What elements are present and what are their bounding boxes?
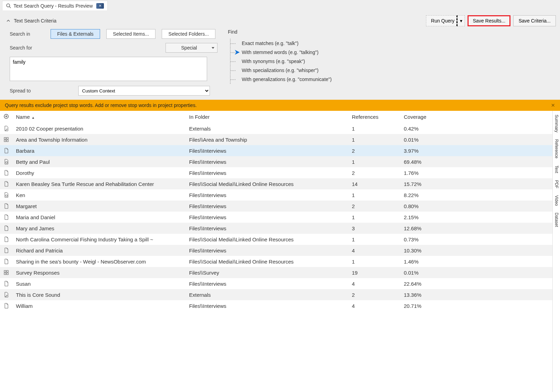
table-row[interactable]: Betty and PaulFiles\\Interviews169.48% <box>0 156 552 167</box>
row-folder: Files\\Interviews <box>186 300 348 311</box>
table-row[interactable]: Richard and PatriciaFiles\\Interviews410… <box>0 245 552 256</box>
row-coverage: 12.68% <box>400 223 552 234</box>
search-in-folders[interactable]: Selected Folders... <box>162 29 215 39</box>
row-coverage: 22.64% <box>400 278 552 289</box>
table-row[interactable]: This is Core SoundExternals213.36% <box>0 289 552 300</box>
row-icon <box>0 156 12 167</box>
row-name: Ken <box>12 189 186 201</box>
find-label: Find <box>228 29 556 35</box>
row-name: William <box>12 300 186 311</box>
row-coverage: 0.80% <box>400 201 552 212</box>
row-icon <box>0 201 12 212</box>
table-row[interactable]: Survey ResponsesFiles\\Survey190.01% <box>0 267 552 278</box>
row-name: Karen Beasley Sea Turtle Rescue and Reha… <box>12 178 186 189</box>
side-tab-video[interactable]: Video <box>553 193 560 208</box>
table-row[interactable]: WilliamFiles\\Interviews420.71% <box>0 300 552 311</box>
search-for-label: Search for <box>10 45 44 51</box>
column-coverage[interactable]: Coverage <box>400 111 552 123</box>
table-row[interactable]: Karen Beasley Sea Turtle Rescue and Reha… <box>0 178 552 189</box>
find-options-list: Exact matches (e.g. "talk") With stemmed… <box>230 39 556 84</box>
banner-close-icon[interactable]: ✕ <box>551 103 555 108</box>
row-name: Area and Township Information <box>12 134 186 145</box>
row-references: 4 <box>348 300 400 311</box>
row-name: This is Core Sound <box>12 289 186 300</box>
row-folder: Files\\Area and Township <box>186 134 348 145</box>
spread-to-select[interactable]: Custom Context <box>78 86 210 96</box>
table-row[interactable]: BarbaraFiles\\Interviews23.97% <box>0 145 552 156</box>
side-tab-summary[interactable]: Summary <box>553 112 560 135</box>
row-coverage: 0.01% <box>400 134 552 145</box>
side-tab-reference[interactable]: Reference <box>553 137 560 161</box>
special-dropdown[interactable]: Special <box>166 43 217 53</box>
row-folder: Files\\Interviews <box>186 156 348 167</box>
row-icon <box>0 245 12 256</box>
side-tab-pdf[interactable]: PDF <box>553 178 560 191</box>
find-option-stemmed[interactable]: With stemmed words (e.g. "talking") <box>231 48 556 57</box>
search-icon <box>6 3 11 9</box>
results-table: Name ▲ In Folder References Coverage 201… <box>0 111 552 311</box>
search-in-label: Search in <box>10 31 44 37</box>
save-criteria-button[interactable]: Save Criteria... <box>513 15 556 26</box>
run-query-dropdown[interactable]: ▾ <box>457 15 465 26</box>
row-icon <box>0 134 12 145</box>
svg-point-3 <box>6 130 6 131</box>
side-tab-dataset[interactable]: Dataset <box>553 210 560 229</box>
table-row[interactable]: Area and Township InformationFiles\\Area… <box>0 134 552 145</box>
column-icon[interactable] <box>0 111 12 123</box>
row-folder: Externals <box>186 123 348 134</box>
table-row[interactable]: SusanFiles\\Interviews422.64% <box>0 278 552 289</box>
row-name: Susan <box>12 278 186 289</box>
active-tab[interactable]: Text Search Query - Results Preview ✕ <box>2 1 108 10</box>
side-tab-text[interactable]: Text <box>553 163 560 176</box>
svg-rect-14 <box>7 273 8 275</box>
table-row[interactable]: Sharing in the sea's bounty - Weigl - Ne… <box>0 256 552 267</box>
row-references: 1 <box>348 234 400 245</box>
row-coverage: 3.97% <box>400 145 552 156</box>
row-folder: Files\\Survey <box>186 267 348 278</box>
search-in-files[interactable]: Files & Externals <box>51 29 100 39</box>
table-row[interactable]: Mary and JamesFiles\\Interviews312.68% <box>0 223 552 234</box>
column-name[interactable]: Name ▲ <box>12 111 186 123</box>
row-icon <box>0 289 12 300</box>
table-row[interactable]: North Carolina Commercial Fishing Indust… <box>0 234 552 245</box>
find-option-generalizations[interactable]: With generalizations (e.g. "communicate"… <box>231 75 556 84</box>
row-references: 2 <box>348 289 400 300</box>
svg-rect-8 <box>7 140 8 142</box>
column-references[interactable]: References <box>348 111 400 123</box>
find-option-specializations[interactable]: With specializations (e.g. "whisper") <box>231 66 556 75</box>
table-row[interactable]: 2010 02 Cooper presentationExternals10.4… <box>0 123 552 134</box>
table-row[interactable]: DorothyFiles\\Interviews21.76% <box>0 167 552 178</box>
row-name: Dorothy <box>12 167 186 178</box>
tab-bar: Text Search Query - Results Preview ✕ <box>0 0 560 11</box>
run-query-button[interactable]: Run Query <box>426 15 458 26</box>
row-icon <box>0 300 12 311</box>
row-references: 2 <box>348 201 400 212</box>
find-option-exact[interactable]: Exact matches (e.g. "talk") <box>231 39 556 48</box>
spread-to-label: Spread to <box>10 88 72 93</box>
column-folder[interactable]: In Folder <box>186 111 348 123</box>
search-for-input[interactable] <box>10 57 207 81</box>
row-coverage: 20.71% <box>400 300 552 311</box>
row-icon <box>0 123 12 134</box>
tab-close-icon[interactable]: ✕ <box>96 3 104 9</box>
row-references: 19 <box>348 267 400 278</box>
info-banner: Query results exclude project stop words… <box>0 100 560 111</box>
row-icon <box>0 256 12 267</box>
svg-point-15 <box>6 296 6 297</box>
row-folder: Files\\Social Media\\Linked Online Resou… <box>186 234 348 245</box>
row-folder: Externals <box>186 289 348 300</box>
row-references: 1 <box>348 256 400 267</box>
row-icon <box>0 234 12 245</box>
table-row[interactable]: MargaretFiles\\Interviews20.80% <box>0 201 552 212</box>
find-option-synonyms[interactable]: With synonyms (e.g. "speak") <box>231 57 556 66</box>
results-table-container: Name ▲ In Folder References Coverage 201… <box>0 111 552 392</box>
collapse-icon[interactable] <box>6 19 10 23</box>
row-name: Maria and Daniel <box>12 212 186 223</box>
table-row[interactable]: Maria and DanielFiles\\Interviews12.15% <box>0 212 552 223</box>
svg-rect-13 <box>4 273 6 275</box>
table-row[interactable]: KenFiles\\Interviews18.22% <box>0 189 552 201</box>
search-in-items[interactable]: Selected Items... <box>106 29 155 39</box>
row-icon <box>0 178 12 189</box>
row-folder: Files\\Social Media\\Linked Online Resou… <box>186 178 348 189</box>
save-results-button[interactable]: Save Results... <box>468 15 510 26</box>
